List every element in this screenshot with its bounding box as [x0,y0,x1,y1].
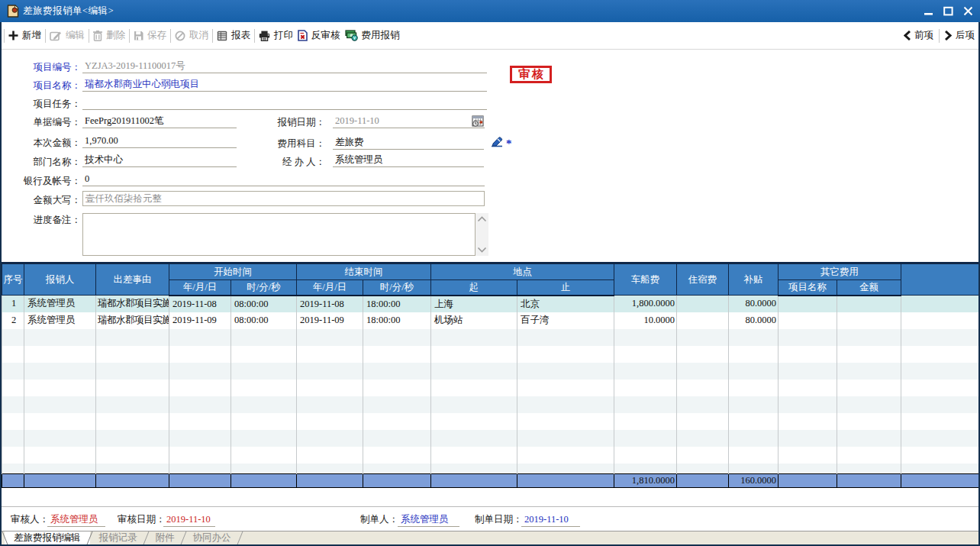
project-task-field[interactable] [82,97,487,110]
expense-grid: 序号 报销人 出差事由 开始时间 结束时间 地点 车船费 住宿费 补贴 其它费用… [2,262,978,488]
col-fare[interactable]: 车船费 [614,264,677,296]
eraser-icon[interactable] [490,135,504,148]
cancel-button[interactable]: 取消 [172,26,211,46]
toolbar-separator [939,29,940,43]
col-other-name[interactable]: 项目名称 [779,280,837,296]
creator-value: 系统管理员 [398,514,459,527]
auditor-value: 系统管理员 [47,514,105,527]
toolbar-separator [4,29,5,43]
expense-button[interactable]: 费用报销 [343,26,402,46]
progress-note-field[interactable] [82,213,475,256]
grid-header-row-1: 序号 报销人 出差事由 开始时间 结束时间 地点 车船费 住宿费 补贴 其它费用 [2,264,979,280]
col-other[interactable]: 其它费用 [779,264,901,280]
empty-row[interactable] [2,380,979,396]
cancel-icon [175,31,185,41]
tab-attachments[interactable]: 附件 [147,531,184,544]
empty-row[interactable] [2,413,979,430]
required-asterisk: * [506,137,512,150]
col-other-amount[interactable]: 金额 [837,280,901,296]
tab-expense-records[interactable]: 报销记录 [90,531,147,544]
project-no-label: 项目编号： [15,61,81,73]
col-reason[interactable]: 出差事由 [96,264,169,296]
col-reporter[interactable]: 报销人 [24,264,96,296]
total-fare: 1,810.0000 [614,474,677,488]
reverse-audit-button[interactable]: 反审核 [295,26,343,46]
empty-row[interactable] [2,346,979,363]
scroll-down-icon[interactable] [477,247,487,253]
calendar-icon[interactable] [472,115,485,128]
handler-field[interactable]: 系统管理员 [333,154,484,167]
col-hotel[interactable]: 住宿费 [677,264,729,296]
delete-button[interactable]: 删除 [91,26,127,46]
col-start-time[interactable]: 开始时间 [169,264,297,280]
amount-field[interactable]: 1,970.00 [82,135,237,148]
project-name-field[interactable]: 瑞都水郡商业中心弱电项目 [82,79,487,92]
minimize-button[interactable] [922,5,934,18]
col-place[interactable]: 地点 [431,264,614,280]
edit-button[interactable]: 编辑 [47,26,87,46]
bank-account-label: 银行及帐号： [6,175,81,187]
prev-item-button[interactable]: 前项 [900,26,937,46]
department-label: 部门名称： [15,156,81,168]
plus-icon [8,31,18,40]
create-date-value: 2019-11-10 [521,514,580,527]
save-button[interactable]: 保存 [131,26,169,46]
expense-row[interactable]: 2 系统管理员 瑞都水郡项目实施 2019-11-09 08:00:00 201… [2,312,979,329]
empty-row[interactable] [2,447,979,464]
empty-row[interactable] [2,363,979,380]
progress-note-label: 进度备注： [15,214,81,226]
empty-row[interactable] [2,329,979,346]
col-end-date[interactable]: 年/月/日 [297,280,363,296]
tab-collaboration[interactable]: 协同办公 [184,531,240,544]
print-button[interactable]: 打印 [256,26,295,46]
next-item-button[interactable]: 后项 [941,26,978,46]
reverse-audit-icon [298,30,308,41]
expense-date-field[interactable]: 2019-11-10 [333,115,485,128]
create-date-label: 制单日期： [475,514,523,525]
bank-account-field[interactable]: 0 [82,173,485,186]
expense-icon [345,30,358,41]
form-area: 项目编号： YZJA3-2019-11100017号 项目名称： 瑞都水郡商业中… [0,50,980,262]
col-start-clock[interactable]: 时/分/秒 [231,280,297,296]
new-button[interactable]: 新增 [6,26,44,46]
scroll-up-icon[interactable] [477,216,487,222]
toolbar-separator [170,29,171,43]
col-end-clock[interactable]: 时/分/秒 [363,280,431,296]
window-border-left [0,22,2,546]
project-no-field[interactable]: YZJA3-2019-11100017号 [82,60,487,73]
empty-row[interactable] [2,430,979,447]
toolbar-separator [254,29,255,43]
maximize-button[interactable] [942,5,954,18]
report-icon [217,31,227,41]
col-start-date[interactable]: 年/月/日 [169,280,231,296]
auditor-label: 审核人： [11,514,49,525]
expense-row[interactable]: 1 系统管理员 瑞都水郡项目实施 2019-11-08 08:00:00 201… [2,296,979,312]
empty-row[interactable] [2,464,979,474]
document-icon [7,5,19,18]
audit-date-label: 审核日期： [118,514,166,525]
col-end-time[interactable]: 结束时间 [297,264,431,280]
handler-label: 经 办 人： [260,156,325,168]
expense-date-label: 报销日期： [260,116,325,128]
empty-row[interactable] [2,396,979,413]
save-icon [134,31,143,40]
amount-words-field[interactable]: 壹仟玖佰柒拾元整 [82,191,485,206]
col-to[interactable]: 止 [517,280,614,296]
close-button[interactable] [962,5,974,18]
subject-field[interactable]: 差旅费 [333,137,484,150]
report-button[interactable]: 报表 [214,26,253,46]
note-scrollbar[interactable] [475,213,488,256]
toolbar: 新增 编辑 删除 [0,22,980,50]
col-from[interactable]: 起 [431,280,517,296]
col-seq[interactable]: 序号 [2,264,24,296]
doc-no-field[interactable]: FeePrg201911002笔 [82,115,237,128]
title-bar: 差旅费报销单<编辑> [0,0,980,22]
edit-icon [50,31,62,41]
audit-date-value: 2019-11-10 [163,514,215,527]
department-field[interactable]: 技术中心 [82,154,237,167]
total-allowance: 160.0000 [729,474,779,488]
tab-expense-edit[interactable]: 差旅费报销编辑 [5,531,90,544]
doc-no-label: 单据编号： [15,116,81,128]
app-window: 差旅费报销单<编辑> 新增 编辑 [0,0,980,546]
col-allowance[interactable]: 补贴 [729,264,779,296]
